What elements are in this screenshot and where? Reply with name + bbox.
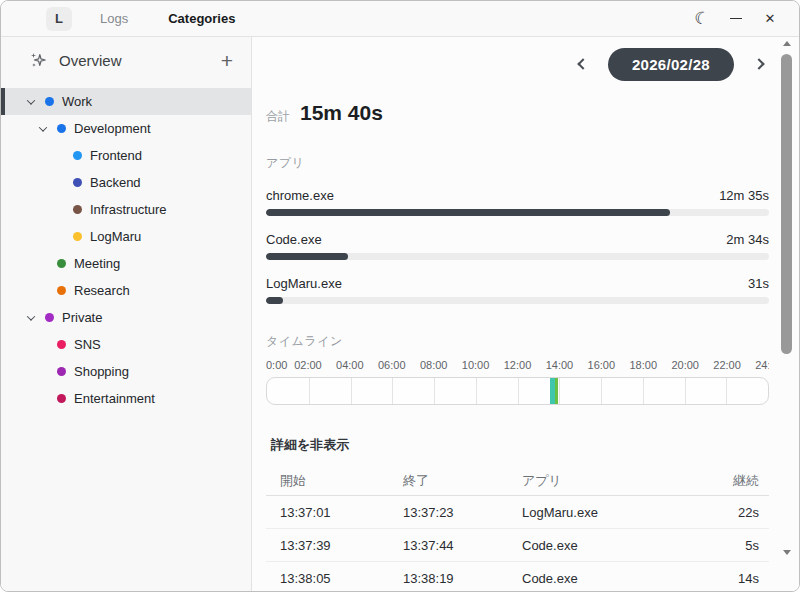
add-category-button[interactable]: + — [217, 50, 237, 71]
category-color-dot — [57, 340, 66, 349]
app-duration: 2m 34s — [726, 232, 769, 247]
table-row[interactable]: 13:38:05 13:38:19 Code.exe 14s — [266, 562, 769, 592]
timeline-track[interactable] — [266, 377, 769, 405]
scroll-down-arrow-icon[interactable] — [783, 550, 791, 555]
tree-item-label: Meeting — [74, 256, 120, 271]
timeline-tick-labels: 0:00 02:00 04:00 06:00 08:00 10:00 12:00… — [266, 359, 769, 374]
tree-item-label: Private — [62, 310, 102, 325]
cell-duration: 22s — [687, 505, 759, 520]
category-color-dot — [73, 205, 82, 214]
cell-duration: 14s — [687, 571, 759, 586]
sparkles-icon — [29, 51, 47, 69]
tree-item-entertainment[interactable]: Entertainment — [1, 385, 251, 412]
cell-start: 13:38:05 — [280, 571, 403, 586]
app-usage-bar — [266, 297, 769, 304]
tree-item-label: LogMaru — [90, 229, 141, 244]
toggle-details-button[interactable]: 詳細を非表示 — [271, 436, 349, 454]
cell-duration: 5s — [687, 538, 759, 553]
timeline-tick: 06:00 — [378, 359, 406, 371]
timeline-tick: 14:00 — [546, 359, 574, 371]
app-logo: L — [46, 7, 72, 31]
timeline-tick: 24:00 — [755, 359, 769, 371]
cell-app: Code.exe — [522, 571, 687, 586]
cell-end: 13:38:19 — [403, 571, 522, 586]
total-value: 15m 40s — [300, 101, 383, 125]
moon-icon: ☾ — [693, 8, 712, 28]
timeline-tick: 08:00 — [420, 359, 448, 371]
tree-item-shopping[interactable]: Shopping — [1, 358, 251, 385]
apps-section-title: アプリ — [266, 155, 769, 172]
tree-item-work[interactable]: Work — [1, 88, 251, 115]
cell-app: Code.exe — [522, 538, 687, 553]
sidebar: Overview + Work Development Frontend — [1, 37, 252, 591]
close-icon: ✕ — [765, 11, 776, 26]
category-color-dot — [57, 124, 66, 133]
vertical-scrollbar-track[interactable] — [779, 50, 795, 546]
timeline-tick: 02:00 — [294, 359, 322, 371]
category-color-dot — [45, 313, 54, 322]
sidebar-header: Overview + — [1, 37, 251, 83]
main-content: 2026/02/28 合計 15m 40s アプリ chrome.exe 12m… — [252, 47, 799, 592]
next-day-button[interactable] — [753, 58, 764, 69]
timeline-gridline — [685, 378, 686, 404]
cell-end: 13:37:44 — [403, 538, 522, 553]
previous-day-button[interactable] — [577, 58, 588, 69]
app-usage-bar-fill — [266, 209, 670, 216]
main-panel: 2026/02/28 合計 15m 40s アプリ chrome.exe 12m… — [252, 37, 799, 591]
app-usage-row: LogMaru.exe 31s — [266, 276, 769, 304]
tab-categories[interactable]: Categories — [168, 11, 235, 26]
window-body: Overview + Work Development Frontend — [1, 37, 799, 591]
timeline-gridline — [351, 378, 352, 404]
timeline-gridline — [559, 378, 560, 404]
sidebar-title: Overview — [59, 52, 205, 69]
app-usage-bar — [266, 253, 769, 260]
theme-toggle-button[interactable]: ☾ — [685, 5, 719, 33]
tree-item-logmaru[interactable]: LogMaru — [1, 223, 251, 250]
scroll-up-arrow-icon[interactable] — [783, 41, 791, 46]
chevron-down-icon[interactable] — [27, 312, 35, 320]
tree-item-sns[interactable]: SNS — [1, 331, 251, 358]
tree-item-research[interactable]: Research — [1, 277, 251, 304]
tab-logs[interactable]: Logs — [100, 11, 128, 26]
tree-item-label: Research — [74, 283, 130, 298]
tree-item-frontend[interactable]: Frontend — [1, 142, 251, 169]
app-duration: 31s — [748, 276, 769, 291]
close-button[interactable]: ✕ — [753, 5, 787, 33]
tree-item-private[interactable]: Private — [1, 304, 251, 331]
timeline-gridline — [643, 378, 644, 404]
vertical-scrollbar-thumb[interactable] — [781, 54, 792, 354]
chevron-down-icon[interactable] — [27, 96, 35, 104]
vertical-scrollbar[interactable] — [779, 41, 795, 555]
category-color-dot — [57, 367, 66, 376]
cell-app: LogMaru.exe — [522, 505, 687, 520]
app-usage-bar — [266, 209, 769, 216]
date-pill[interactable]: 2026/02/28 — [608, 48, 734, 81]
tree-item-meeting[interactable]: Meeting — [1, 250, 251, 277]
timeline-gridline — [434, 378, 435, 404]
tree-item-label: Frontend — [90, 148, 142, 163]
minimize-button[interactable] — [719, 5, 753, 33]
table-row[interactable]: 13:37:39 13:37:44 Code.exe 5s — [266, 529, 769, 562]
details-table: 開始 終了 アプリ 継続 13:37:01 13:37:23 LogMaru.e… — [266, 467, 769, 592]
tree-item-backend[interactable]: Backend — [1, 169, 251, 196]
tree-item-infrastructure[interactable]: Infrastructure — [1, 196, 251, 223]
table-row[interactable]: 13:37:01 13:37:23 LogMaru.exe 22s — [266, 496, 769, 529]
timeline-tick: 18:00 — [629, 359, 657, 371]
total-label: 合計 — [266, 108, 290, 125]
timeline-gridline — [726, 378, 727, 404]
tree-item-development[interactable]: Development — [1, 115, 251, 142]
cell-end: 13:37:23 — [403, 505, 522, 520]
titlebar: L Logs Categories ☾ ✕ — [1, 1, 799, 37]
chevron-down-icon[interactable] — [39, 123, 47, 131]
tree-item-label: Entertainment — [74, 391, 155, 406]
column-header-duration: 継続 — [687, 472, 759, 490]
column-header-start: 開始 — [280, 472, 403, 490]
timeline-gridline — [309, 378, 310, 404]
tree-item-label: Development — [74, 121, 151, 136]
category-color-dot — [57, 286, 66, 295]
category-tree: Work Development Frontend Backend — [1, 88, 251, 412]
tree-item-label: Shopping — [74, 364, 129, 379]
timeline-tick: 10:00 — [462, 359, 490, 371]
column-header-app: アプリ — [522, 472, 687, 490]
date-navigation: 2026/02/28 — [266, 47, 769, 81]
